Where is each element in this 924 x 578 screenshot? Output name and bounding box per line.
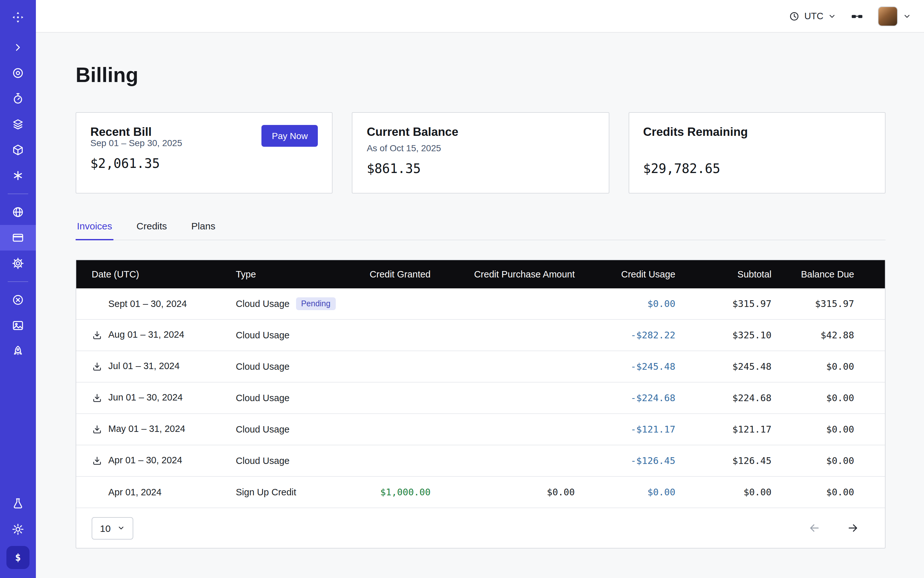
invoice-type: Cloud Usage: [236, 456, 290, 466]
card-title: Credits Remaining: [643, 125, 748, 139]
clock-icon: [789, 11, 800, 21]
credit-usage-cell: -$126.45: [588, 445, 688, 476]
credit-purchase-cell: [443, 320, 588, 351]
table-row: Jul 01 – 31, 2024Cloud Usage-$245.48$245…: [76, 351, 885, 382]
balance-due-cell: $0.00: [784, 351, 885, 382]
balance-due-cell: $42.88: [784, 320, 885, 351]
credit-usage-cell: -$121.17: [588, 414, 688, 445]
chevron-down-icon: [117, 524, 125, 532]
topbar: UTC: [36, 0, 924, 32]
settings-gear-icon[interactable]: [0, 250, 36, 276]
credit-usage-cell: $0.00: [588, 476, 688, 508]
credit-purchase-cell: [443, 351, 588, 382]
globe-icon[interactable]: [0, 199, 36, 225]
download-invoice-icon[interactable]: [92, 393, 108, 404]
sidebar-divider: [8, 193, 28, 194]
subtotal-cell: $245.48: [688, 351, 784, 382]
table-row: Apr 01, 2024Sign Up Credit$1,000.00$0.00…: [76, 476, 885, 508]
cluster-icon[interactable]: [0, 287, 36, 313]
credit-usage-cell: $0.00: [588, 288, 688, 320]
invoice-type: Cloud Usage: [236, 424, 290, 435]
download-invoice-icon[interactable]: [92, 456, 108, 466]
dollar-glyph: $: [15, 552, 21, 563]
credit-usage-cell: -$224.68: [588, 382, 688, 414]
timer-icon[interactable]: [0, 86, 36, 112]
download-invoice-icon[interactable]: [92, 330, 108, 341]
user-avatar: [878, 6, 898, 26]
card-amount: $2,061.35: [90, 156, 318, 171]
column-header: Credit Granted: [351, 260, 443, 288]
flask-icon[interactable]: [0, 491, 36, 516]
credit-granted-cell: [351, 414, 443, 445]
image-icon[interactable]: [0, 313, 36, 338]
download-invoice-icon[interactable]: [92, 361, 108, 372]
glasses-icon[interactable]: [850, 9, 864, 23]
credit-purchase-cell: [443, 288, 588, 320]
sidebar-item-billing[interactable]: [0, 225, 36, 250]
table-row: Apr 01 – 30, 2024Cloud Usage-$126.45$126…: [76, 445, 885, 476]
credit-granted-cell: [351, 288, 443, 320]
summary-cards: Recent Bill Pay Now Sep 01 – Sep 30, 202…: [76, 112, 885, 193]
tab-invoices[interactable]: Invoices: [76, 214, 114, 240]
invoice-date: Jun 01 – 30, 2024: [108, 392, 183, 403]
column-header: Balance Due: [784, 260, 885, 288]
pagination-controls: [808, 521, 859, 534]
page-size-select[interactable]: 10: [92, 517, 133, 539]
sidebar: $: [0, 0, 36, 578]
subtotal-cell: $0.00: [688, 476, 784, 508]
subtotal-cell: $315.97: [688, 288, 784, 320]
subtotal-cell: $121.17: [688, 414, 784, 445]
user-menu[interactable]: [878, 6, 911, 26]
logo-icon[interactable]: [0, 0, 36, 35]
invoice-type: Cloud Usage: [236, 299, 290, 309]
current-balance-card: Current Balance As of Oct 15, 2025 $861.…: [352, 112, 609, 193]
invoice-type: Cloud Usage: [236, 393, 290, 403]
cube-icon[interactable]: [0, 137, 36, 163]
card-subtitle: [643, 143, 871, 154]
download-invoice-icon[interactable]: [92, 424, 108, 435]
card-amount: $861.35: [367, 161, 594, 176]
invoices-table: Date (UTC) Type Credit Granted Credit Pu…: [76, 260, 885, 549]
target-icon[interactable]: [0, 60, 36, 86]
card-title: Current Balance: [367, 125, 458, 139]
previous-page-icon[interactable]: [808, 521, 821, 534]
table-row: Sept 01 – 30, 2024Cloud UsagePending$0.0…: [76, 288, 885, 320]
sidebar-divider: [8, 281, 28, 282]
asterisk-icon[interactable]: [0, 163, 36, 188]
credit-purchase-cell: [443, 445, 588, 476]
invoice-date: Aug 01 – 31, 2024: [108, 330, 184, 339]
sun-icon[interactable]: [0, 516, 36, 542]
page-size-value: 10: [100, 523, 110, 533]
billing-tabs: Invoices Credits Plans: [76, 214, 885, 240]
invoice-date: May 01 – 31, 2024: [108, 424, 185, 434]
timezone-selector[interactable]: UTC: [789, 11, 836, 21]
table-header-row: Date (UTC) Type Credit Granted Credit Pu…: [76, 260, 885, 288]
layers-icon[interactable]: [0, 112, 36, 137]
card-title: Recent Bill: [90, 125, 151, 139]
card-amount: $29,782.65: [643, 161, 871, 176]
credit-purchase-cell: [443, 414, 588, 445]
column-header: Type: [236, 260, 351, 288]
credit-granted-cell: [351, 445, 443, 476]
column-header: Date (UTC): [76, 260, 236, 288]
main-panel: Billing Recent Bill Pay Now Sep 01 – Sep…: [36, 32, 924, 578]
credit-granted-cell: [351, 351, 443, 382]
dollar-icon[interactable]: $: [6, 546, 29, 569]
page-title: Billing: [76, 62, 885, 88]
credit-purchase-cell: [443, 382, 588, 414]
subtotal-cell: $224.68: [688, 382, 784, 414]
pay-now-button[interactable]: Pay Now: [262, 125, 318, 147]
collapse-sidebar-icon[interactable]: [0, 35, 36, 60]
content-area: UTC Billing Recent Bill: [36, 0, 924, 578]
subtotal-cell: $325.10: [688, 320, 784, 351]
tab-plans[interactable]: Plans: [190, 214, 217, 240]
invoice-type: Cloud Usage: [236, 361, 290, 372]
column-header: Credit Usage: [588, 260, 688, 288]
column-header: Credit Purchase Amount: [443, 260, 588, 288]
invoice-type: Cloud Usage: [236, 330, 290, 340]
tab-credits[interactable]: Credits: [135, 214, 168, 240]
rocket-icon[interactable]: [0, 338, 36, 364]
balance-due-cell: $0.00: [784, 382, 885, 414]
next-page-icon[interactable]: [846, 521, 859, 534]
invoice-type: Sign Up Credit: [236, 487, 296, 497]
